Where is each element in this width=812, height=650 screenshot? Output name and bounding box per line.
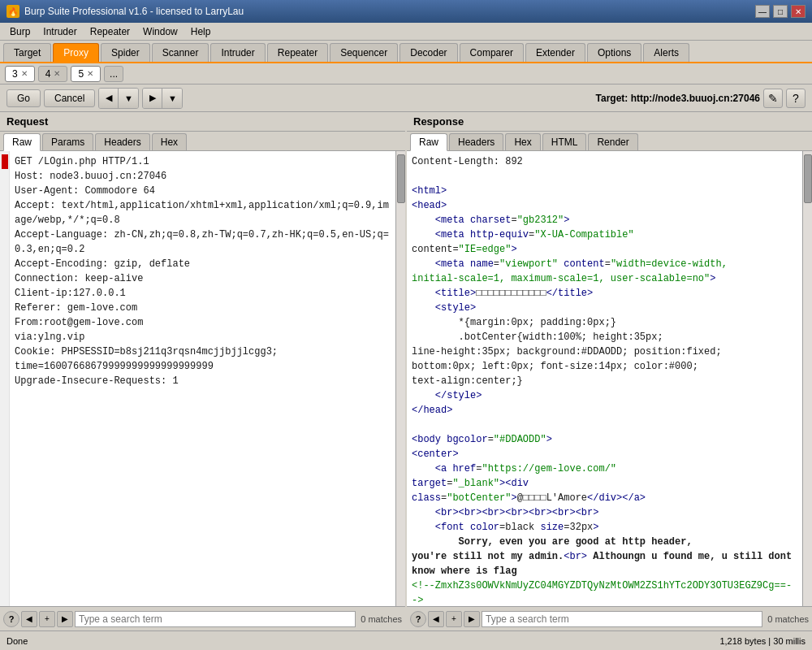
- tab-proxy[interactable]: Proxy: [53, 43, 99, 62]
- subtab-more[interactable]: ...: [104, 66, 123, 82]
- tab-decoder[interactable]: Decoder: [400, 43, 457, 62]
- menu-help[interactable]: Help: [184, 24, 218, 39]
- request-match-count: 0 matches: [357, 614, 402, 624]
- response-panel: Response Raw Headers Hex HTML Render Con…: [407, 112, 812, 630]
- title-bar-controls: — □ ✕: [755, 5, 806, 18]
- tab-options[interactable]: Options: [587, 43, 641, 62]
- request-panel: Request Raw Params Headers Hex GET /LOgi…: [0, 112, 407, 630]
- toolbar: Go Cancel ◀ ▼ ▶ ▼ Target: http://node3.b…: [0, 84, 812, 112]
- response-tab-hex[interactable]: Hex: [505, 133, 540, 150]
- menu-burp[interactable]: Burp: [3, 24, 37, 39]
- request-tab-headers[interactable]: Headers: [95, 133, 149, 150]
- cancel-button[interactable]: Cancel: [44, 89, 95, 107]
- response-tab-render[interactable]: Render: [588, 133, 637, 150]
- response-content: Content-Length: 892 <html> <head> <meta …: [407, 151, 812, 606]
- close-button[interactable]: ✕: [791, 5, 806, 18]
- help-button[interactable]: ?: [786, 89, 806, 108]
- request-tab-params[interactable]: Params: [42, 133, 93, 150]
- response-tab-raw[interactable]: Raw: [410, 133, 447, 151]
- menu-window[interactable]: Window: [136, 24, 184, 39]
- request-header: Request: [0, 112, 405, 132]
- line-marker: [2, 154, 8, 169]
- title-bar-left: 🔥 Burp Suite Professional v1.6 - license…: [6, 5, 244, 18]
- response-scrollbar[interactable]: [802, 151, 812, 606]
- request-search-bar: ? ◀ + ▶ 0 matches: [0, 606, 405, 630]
- nav-back-button[interactable]: ◀: [99, 89, 119, 108]
- response-tab-headers[interactable]: Headers: [449, 133, 503, 150]
- subtab-3[interactable]: 3 ✕: [5, 66, 35, 82]
- request-scrollbar[interactable]: [395, 151, 405, 606]
- tab-intruder[interactable]: Intruder: [210, 43, 265, 62]
- tab-alerts[interactable]: Alerts: [643, 43, 689, 62]
- request-search-next[interactable]: ▶: [57, 611, 73, 627]
- request-tab-raw[interactable]: Raw: [3, 133, 41, 151]
- nav-fwd-dropdown[interactable]: ▼: [162, 89, 182, 108]
- nav-fwd-group: ▶ ▼: [142, 88, 183, 109]
- subtab-4-close[interactable]: ✕: [54, 69, 60, 78]
- response-search-next[interactable]: ▶: [464, 611, 480, 627]
- tab-scanner[interactable]: Scanner: [152, 43, 209, 62]
- title-bar-text: Burp Suite Professional v1.6 - licensed …: [24, 6, 244, 17]
- status-bar: Done 1,218 bytes | 30 millis: [0, 630, 812, 650]
- app-icon: 🔥: [6, 5, 19, 18]
- tab-comparer[interactable]: Comparer: [460, 43, 524, 62]
- main-tabs: Target Proxy Spider Scanner Intruder Rep…: [0, 41, 812, 63]
- request-tabs: Raw Params Headers Hex: [0, 132, 405, 151]
- tab-sequencer[interactable]: Sequencer: [330, 43, 398, 62]
- main-content: Request Raw Params Headers Hex GET /LOgi…: [0, 112, 812, 630]
- response-search-help[interactable]: ?: [410, 611, 426, 627]
- edit-target-button[interactable]: ✎: [763, 89, 783, 108]
- subtab-5[interactable]: 5 ✕: [71, 66, 101, 82]
- menu-repeater[interactable]: Repeater: [84, 24, 136, 39]
- response-scrollbar-thumb: [804, 154, 812, 203]
- subtab-5-close[interactable]: ✕: [87, 69, 93, 78]
- tab-extender[interactable]: Extender: [525, 43, 585, 62]
- subtab-4-label: 4: [45, 68, 51, 80]
- response-header: Response: [407, 112, 812, 132]
- request-tab-hex[interactable]: Hex: [152, 133, 187, 150]
- nav-back-dropdown[interactable]: ▼: [119, 89, 138, 108]
- response-search-bar: ? ◀ + ▶ 0 matches: [407, 606, 812, 630]
- response-search-input[interactable]: [482, 611, 762, 627]
- status-info: 1,218 bytes | 30 millis: [719, 636, 806, 646]
- subtab-3-label: 3: [12, 68, 18, 80]
- subtab-4[interactable]: 4 ✕: [38, 66, 68, 82]
- menu-intruder[interactable]: Intruder: [37, 24, 83, 39]
- request-search-input[interactable]: [75, 611, 356, 627]
- response-text-area[interactable]: Content-Length: 892 <html> <head> <meta …: [407, 151, 802, 606]
- maximize-button[interactable]: □: [773, 5, 788, 18]
- nav-back-group: ◀ ▼: [98, 88, 139, 109]
- request-content: GET /LOgin.php HTTP/1.1 Host: node3.buuo…: [0, 151, 405, 606]
- response-search-next-plus[interactable]: +: [446, 611, 462, 627]
- request-search-prev[interactable]: ◀: [21, 611, 37, 627]
- response-tab-html[interactable]: HTML: [542, 133, 587, 150]
- response-tabs: Raw Headers Hex HTML Render: [407, 132, 812, 151]
- target-label: Target: http://node3.buuoj.cn:27046: [596, 93, 760, 104]
- title-bar: 🔥 Burp Suite Professional v1.6 - license…: [0, 0, 812, 23]
- minimize-button[interactable]: —: [755, 5, 770, 18]
- go-button[interactable]: Go: [6, 89, 41, 107]
- sub-tabs-row: 3 ✕ 4 ✕ 5 ✕ ...: [0, 63, 812, 84]
- subtab-5-label: 5: [78, 68, 84, 80]
- request-scrollbar-thumb: [397, 154, 405, 203]
- request-line-numbers: [0, 151, 10, 606]
- status-text: Done: [6, 636, 28, 646]
- request-text-area[interactable]: GET /LOgin.php HTTP/1.1 Host: node3.buuo…: [10, 151, 395, 606]
- tab-target[interactable]: Target: [3, 43, 51, 62]
- response-search-prev[interactable]: ◀: [428, 611, 444, 627]
- request-search-next-plus[interactable]: +: [39, 611, 55, 627]
- nav-fwd-button[interactable]: ▶: [143, 89, 162, 108]
- request-search-help[interactable]: ?: [3, 611, 19, 627]
- tab-spider[interactable]: Spider: [101, 43, 150, 62]
- tab-repeater[interactable]: Repeater: [267, 43, 328, 62]
- response-match-count: 0 matches: [764, 614, 809, 624]
- subtab-3-close[interactable]: ✕: [21, 69, 28, 78]
- menu-bar: Burp Intruder Repeater Window Help: [0, 23, 812, 41]
